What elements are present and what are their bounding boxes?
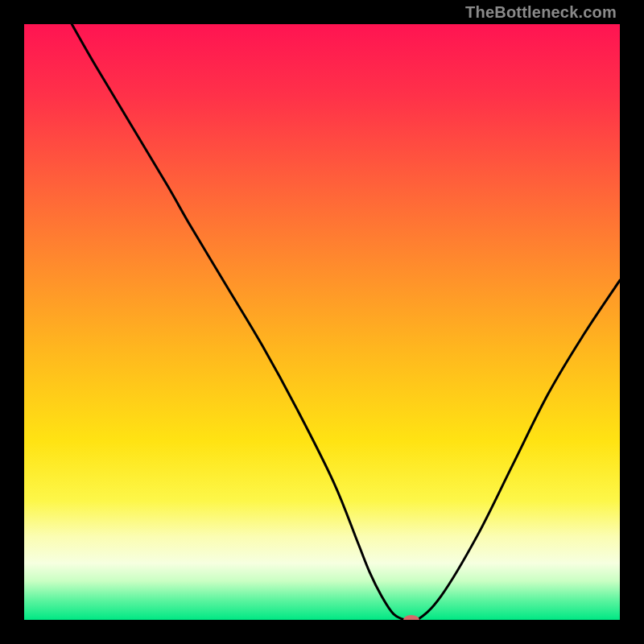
bottleneck-chart — [24, 24, 620, 620]
chart-frame: { "watermark": "TheBottleneck.com", "cha… — [0, 0, 644, 644]
chart-background — [24, 24, 620, 620]
watermark-text: TheBottleneck.com — [465, 3, 617, 22]
